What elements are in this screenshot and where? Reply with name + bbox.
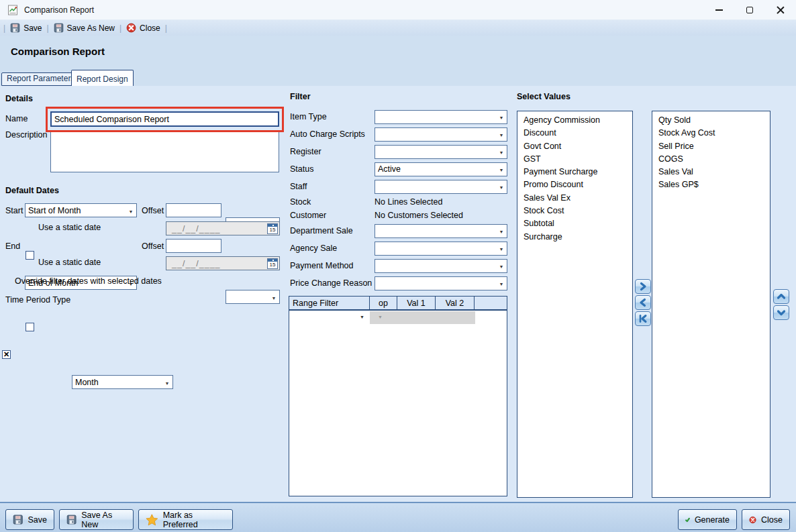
save-icon <box>13 514 23 525</box>
item-type-label: Item Type <box>290 112 375 121</box>
calendar-icon[interactable]: 15 <box>267 223 278 234</box>
tab-report-parameters[interactable]: Report Parameters <box>1 72 80 86</box>
list-item[interactable]: Sell Price <box>652 140 770 153</box>
maximize-button[interactable] <box>734 0 765 19</box>
move-left-button[interactable] <box>635 295 651 310</box>
range-filter-column-header: Val 1 <box>397 297 436 309</box>
footer-save-label: Save <box>28 515 48 525</box>
chevron-up-icon <box>777 292 786 301</box>
list-item[interactable]: Stock Avg Cost <box>652 127 770 140</box>
range-filter-row <box>289 311 507 325</box>
red-x-circle-icon <box>126 23 136 33</box>
list-item[interactable]: Subtotal <box>517 217 632 230</box>
details-section-title: Details <box>5 94 33 103</box>
status-label: Status <box>290 164 375 174</box>
footer-toolbar: Save Save As New Mark as Preferred Gener… <box>0 502 796 532</box>
chevron-down-icon <box>777 308 786 317</box>
toolbar-save-button[interactable]: Save <box>6 21 46 35</box>
department-sale-dropdown[interactable] <box>375 224 507 238</box>
customer-label: Customer <box>290 211 375 220</box>
footer-save-as-new-button[interactable]: Save As New <box>59 509 134 530</box>
save-icon <box>10 23 20 33</box>
star-icon <box>146 513 158 527</box>
mark-as-preferred-button[interactable]: Mark as Preferred <box>138 509 233 530</box>
price-change-reason-dropdown[interactable] <box>375 276 507 290</box>
toolbar-save-label: Save <box>23 23 42 33</box>
agency-sale-dropdown[interactable] <box>375 242 507 256</box>
agency-sale-label: Agency Sale <box>290 244 375 253</box>
tab-strip: Report Parameters Report Design <box>0 70 796 86</box>
list-item[interactable]: Stock Cost <box>517 205 632 217</box>
list-item[interactable]: GST <box>517 153 632 166</box>
header-band: Comparison Report <box>0 36 796 70</box>
override-filter-dates-checkbox[interactable] <box>2 350 11 359</box>
list-item[interactable]: Sales Val Ex <box>517 192 632 205</box>
default-dates-section-title: Default Dates <box>5 186 59 195</box>
list-item[interactable]: COGS <box>652 153 770 166</box>
list-item[interactable]: Sales GP$ <box>652 178 770 191</box>
use-static-start-date-checkbox[interactable] <box>26 251 34 260</box>
toolbar-close-button[interactable]: Close <box>122 21 164 35</box>
item-type-dropdown[interactable] <box>375 110 507 124</box>
filter-row-register: Register <box>290 143 507 160</box>
selected-values-list[interactable]: Qty SoldStock Avg CostSell PriceCOGSSale… <box>652 111 770 498</box>
toolbar-separator: | <box>164 23 168 33</box>
caret-down-icon <box>496 226 507 235</box>
staff-dropdown[interactable] <box>375 180 507 194</box>
close-icon <box>777 6 785 14</box>
page-title: Comparison Report <box>11 46 105 57</box>
name-input[interactable]: Scheduled Comparison Report <box>50 111 279 127</box>
payment-method-dropdown[interactable] <box>375 259 507 273</box>
use-static-end-date-checkbox[interactable] <box>26 323 34 331</box>
select-values-section-title: Select Values <box>517 92 570 101</box>
filter-row-stock: StockNo Lines Selected <box>290 195 507 209</box>
list-item[interactable]: Surcharge <box>517 231 632 244</box>
list-item[interactable]: Govt Cont <box>517 140 632 153</box>
check-icon <box>685 513 690 527</box>
move-right-button[interactable] <box>635 279 651 294</box>
window-titlebar: Comparison Report <box>0 0 796 20</box>
footer-close-button[interactable]: Close <box>742 509 790 530</box>
tab-label: Report Parameters <box>7 74 74 83</box>
description-input[interactable] <box>50 131 279 172</box>
offset-end-unit-dropdown[interactable] <box>226 290 280 304</box>
move-down-button[interactable] <box>773 305 789 320</box>
range-filter-field-dropdown[interactable] <box>289 311 368 324</box>
list-item[interactable]: Sales Val <box>652 166 770 178</box>
offset-end-input[interactable] <box>166 239 221 253</box>
status-dropdown[interactable]: Active <box>375 162 507 176</box>
start-date-dropdown[interactable]: Start of Month <box>25 203 137 217</box>
calendar-icon[interactable]: 15 <box>267 258 278 269</box>
time-period-type-dropdown[interactable]: Month <box>72 375 173 389</box>
register-dropdown[interactable] <box>375 145 507 159</box>
move-up-button[interactable] <box>773 289 789 304</box>
static-start-date-placeholder: __/__/____ <box>172 224 221 233</box>
range-filter-column-header: op <box>370 297 397 309</box>
list-item[interactable]: Payment Surcharge <box>517 166 632 178</box>
static-end-date-placeholder: __/__/____ <box>172 259 221 268</box>
tab-report-design[interactable]: Report Design <box>71 70 134 86</box>
list-item[interactable]: Agency Commission <box>517 114 632 127</box>
caret-down-icon <box>496 278 507 288</box>
available-values-list[interactable]: Agency CommissionDiscountGovt ContGSTPay… <box>517 111 633 498</box>
filter-row-staff: Staff <box>290 178 507 195</box>
auto-charge-scripts-dropdown[interactable] <box>375 127 507 142</box>
maximize-icon <box>746 7 753 13</box>
static-end-date-field[interactable]: __/__/____ 15 <box>166 256 280 270</box>
filter-row-agency-sale: Agency Sale <box>290 240 507 257</box>
range-filter-column-header: Range Filter <box>289 297 370 309</box>
generate-button[interactable]: Generate <box>678 509 737 530</box>
list-item[interactable]: Qty Sold <box>652 114 770 127</box>
use-static-start-date-label: Use a static date <box>38 223 101 232</box>
list-item[interactable]: Discount <box>517 127 632 140</box>
static-start-date-field[interactable]: __/__/____ 15 <box>166 221 280 235</box>
toolbar-save-as-new-button[interactable]: Save As New <box>50 21 119 35</box>
offset-start-input[interactable] <box>166 203 221 217</box>
move-all-left-button[interactable] <box>635 311 651 326</box>
list-item[interactable]: Promo Discount <box>517 178 632 191</box>
minimize-button[interactable] <box>703 0 734 19</box>
footer-save-button[interactable]: Save <box>5 509 54 530</box>
close-window-button[interactable] <box>765 0 796 19</box>
caret-down-icon <box>496 129 507 139</box>
tab-label: Report Design <box>77 74 128 84</box>
